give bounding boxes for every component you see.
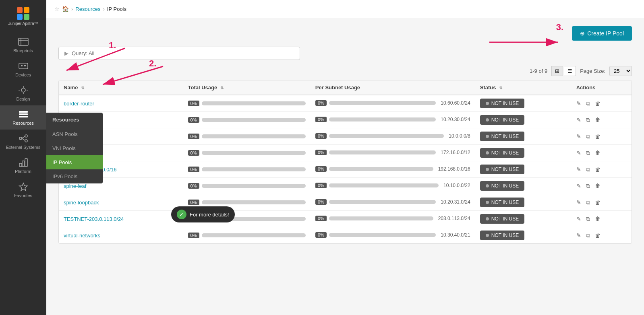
- list-view-btn[interactable]: ☰: [564, 66, 576, 76]
- ip-pools-table: Name ⇅ Total Usage ⇅ Per Subnet Usage St…: [58, 80, 632, 244]
- subnet-cidr: 10.30.40.0/21: [441, 232, 470, 238]
- action-icons: ✎ ⧉ 🗑: [576, 150, 627, 156]
- sidebar-external-label: External Systems: [6, 145, 41, 150]
- pool-link[interactable]: border-router: [64, 101, 94, 107]
- copy-icon[interactable]: ⧉: [586, 117, 590, 124]
- menu-item-ipv6-pools[interactable]: IPv6 Pools: [46, 169, 103, 183]
- sidebar-item-favorites[interactable]: Favorites: [0, 178, 46, 202]
- subnet-progress-bar: [329, 233, 436, 237]
- star-icon[interactable]: ☆: [54, 6, 60, 12]
- col-name[interactable]: Name ⇅: [59, 80, 183, 95]
- edit-icon[interactable]: ✎: [576, 117, 581, 123]
- table-row: Private-192.168.0.0/16 0% 0% 192.168.0.0…: [59, 161, 632, 178]
- subnet-progress-bar: [329, 150, 436, 154]
- edit-icon[interactable]: ✎: [576, 199, 581, 206]
- total-progress-bar: [202, 167, 306, 171]
- delete-icon[interactable]: 🗑: [595, 232, 601, 239]
- delete-icon[interactable]: 🗑: [595, 183, 601, 189]
- svg-rect-21: [25, 159, 27, 167]
- svg-rect-19: [19, 163, 22, 167]
- total-progress-bar: [202, 118, 306, 122]
- subnet-pct-badge: 0%: [315, 133, 327, 139]
- copy-icon[interactable]: ⧉: [586, 150, 590, 156]
- subnet-progress-bar: [329, 183, 439, 187]
- total-progress-bar: [202, 101, 306, 105]
- edit-icon[interactable]: ✎: [576, 133, 581, 140]
- copy-icon[interactable]: ⧉: [586, 216, 590, 222]
- pool-link[interactable]: virtual-networks: [64, 233, 100, 239]
- subnet-usage-cell: 0% 10.0.0.0/8: [315, 133, 470, 139]
- total-pct-badge: 0%: [188, 150, 199, 156]
- svg-rect-13: [19, 116, 28, 117]
- delete-icon[interactable]: 🗑: [595, 117, 601, 123]
- copy-icon[interactable]: ⧉: [586, 199, 590, 206]
- sidebar: Juniper Apstra™ Blueprints Devices Desig…: [0, 0, 46, 315]
- edit-icon[interactable]: ✎: [576, 150, 581, 156]
- copy-icon[interactable]: ⧉: [586, 166, 590, 173]
- status-badge: NOT IN USE: [480, 231, 524, 240]
- sidebar-resources-label: Resources: [12, 121, 34, 126]
- page-size-select[interactable]: 25 50 100: [609, 66, 632, 76]
- edit-icon[interactable]: ✎: [576, 100, 581, 107]
- grid-view-btn[interactable]: ⊞: [551, 66, 563, 76]
- action-icons: ✎ ⧉ 🗑: [576, 133, 627, 140]
- query-bar[interactable]: ▶ Query: All: [58, 47, 300, 60]
- breadcrumb-resources[interactable]: Resources: [75, 6, 100, 12]
- sidebar-item-resources[interactable]: Resources: [0, 105, 46, 130]
- menu-item-asn-pools[interactable]: ASN Pools: [46, 127, 103, 141]
- sidebar-item-platform[interactable]: Platform: [0, 154, 46, 178]
- svg-point-15: [25, 135, 27, 137]
- edit-icon[interactable]: ✎: [576, 183, 581, 189]
- sidebar-item-blueprints[interactable]: Blueprints: [0, 33, 46, 57]
- subnet-progress-bar: [329, 117, 436, 121]
- total-pct-badge: 0%: [188, 117, 199, 123]
- menu-item-ip-pools[interactable]: IP Pools: [46, 155, 103, 169]
- table-row: border-router 0% 0% 10.60.60.0/24 NOT IN…: [59, 95, 632, 112]
- status-badge: NOT IN USE: [480, 165, 524, 174]
- sidebar-item-devices[interactable]: Devices: [0, 57, 46, 81]
- delete-icon[interactable]: 🗑: [595, 150, 601, 156]
- pool-link[interactable]: spine-loopback: [64, 200, 99, 206]
- subnet-usage-cell: 0% 10.30.40.0/21: [315, 232, 470, 238]
- table-row: loopback 0% 0% 10.20.30.0/24 NOT IN USE …: [59, 112, 632, 128]
- sidebar-item-design[interactable]: Design: [0, 81, 46, 105]
- menu-item-vni-pools[interactable]: VNI Pools: [46, 141, 103, 155]
- pool-link[interactable]: TESTNET-203.0.113.0/24: [64, 216, 124, 222]
- svg-line-17: [22, 136, 25, 138]
- svg-point-6: [21, 88, 25, 92]
- subnet-usage-cell: 0% 10.60.60.0/24: [315, 100, 470, 106]
- total-progress-bar: [202, 233, 306, 237]
- sidebar-item-external-systems[interactable]: External Systems: [0, 130, 46, 154]
- copy-icon[interactable]: ⧉: [586, 232, 590, 239]
- subnet-pct-badge: 0%: [315, 150, 327, 155]
- delete-icon[interactable]: 🗑: [595, 199, 601, 206]
- edit-icon[interactable]: ✎: [576, 232, 581, 239]
- table-row: 172.16.0.0/12 0% 0% 172.16.0.0/12 NOT IN…: [59, 145, 632, 161]
- subnet-progress-bar: [329, 200, 436, 204]
- create-ip-pool-button[interactable]: ⊕ Create IP Pool: [572, 26, 632, 41]
- col-total-usage[interactable]: Total Usage ⇅: [183, 80, 311, 95]
- subnet-cidr: 10.0.0.0/8: [449, 133, 470, 139]
- col-actions: Actions: [572, 80, 632, 95]
- sidebar-devices-label: Devices: [15, 72, 31, 77]
- tooltip-badge: ✓ For more details!: [171, 206, 235, 222]
- home-icon[interactable]: 🏠: [62, 6, 69, 12]
- delete-icon[interactable]: 🗑: [595, 133, 601, 140]
- total-pct-badge: 0%: [188, 233, 199, 238]
- subnet-cidr: 192.168.0.0/16: [438, 166, 470, 172]
- col-status[interactable]: Status ⇅: [475, 80, 572, 95]
- delete-icon[interactable]: 🗑: [595, 216, 601, 222]
- copy-icon[interactable]: ⧉: [586, 100, 590, 107]
- delete-icon[interactable]: 🗑: [595, 166, 601, 173]
- status-badge: NOT IN USE: [480, 148, 524, 158]
- edit-icon[interactable]: ✎: [576, 216, 581, 222]
- subnet-cidr: 172.16.0.0/12: [441, 150, 470, 155]
- copy-icon[interactable]: ⧉: [586, 133, 590, 140]
- action-icons: ✎ ⧉ 🗑: [576, 232, 627, 239]
- status-dot: [486, 151, 489, 154]
- delete-icon[interactable]: 🗑: [595, 100, 601, 107]
- copy-icon[interactable]: ⧉: [586, 183, 590, 189]
- pool-link[interactable]: spine-leaf: [64, 183, 86, 189]
- edit-icon[interactable]: ✎: [576, 166, 581, 173]
- subnet-cidr: 10.10.0.0/22: [443, 183, 470, 188]
